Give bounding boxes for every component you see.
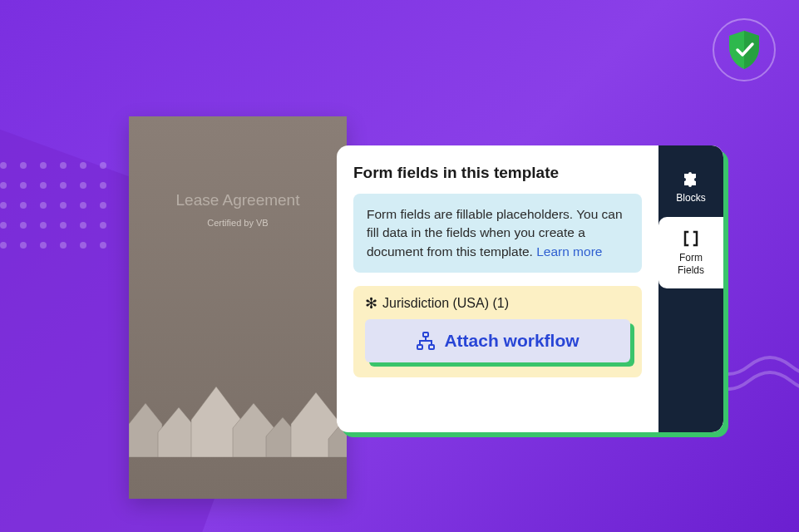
document-certified: Certified by VB: [129, 218, 347, 228]
info-box: Form fields are fillable placeholders. Y…: [353, 194, 642, 273]
svg-rect-0: [423, 332, 428, 337]
svg-rect-2: [429, 345, 434, 349]
tab-form-fields[interactable]: Form Fields: [658, 217, 723, 288]
tab-blocks[interactable]: Blocks: [658, 160, 723, 212]
field-item: ✻ Jurisdiction (USA) (1) Attach workflow: [353, 286, 642, 377]
attach-workflow-button[interactable]: Attach workflow: [365, 319, 630, 362]
panel-title: Form fields in this template: [353, 164, 642, 182]
learn-more-link[interactable]: Learn more: [536, 244, 602, 259]
form-fields-panel: Form fields in this template Form fields…: [337, 145, 723, 432]
security-badge: [713, 18, 776, 81]
asterisk-icon: ✻: [365, 296, 377, 311]
dot-grid-decoration: [0, 162, 106, 249]
brackets-icon: [681, 229, 701, 249]
workflow-icon: [416, 331, 436, 351]
puzzle-icon: [681, 169, 701, 189]
svg-rect-1: [417, 345, 422, 349]
shield-icon: [726, 29, 762, 71]
document-preview: Lease Agreement Certified by VB: [129, 116, 347, 499]
document-title: Lease Agreement: [129, 191, 347, 209]
panel-sidebar: Blocks Form Fields: [658, 145, 723, 432]
houses-illustration: [129, 341, 347, 457]
field-label: ✻ Jurisdiction (USA) (1): [365, 296, 630, 311]
